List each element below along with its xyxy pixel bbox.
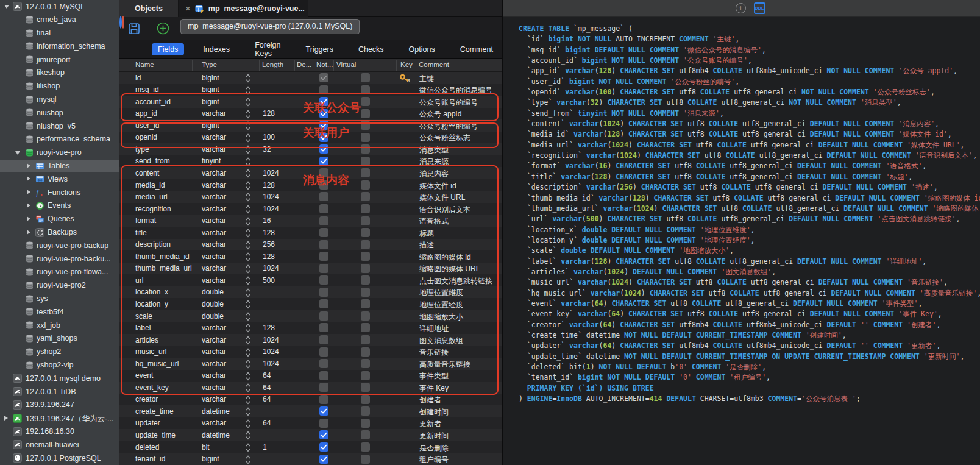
ddl-icon[interactable]: DDL: [754, 2, 765, 14]
stepper-icon[interactable]: [245, 442, 251, 452]
field-comment-cell[interactable]: 租户编号: [419, 455, 449, 465]
sidebar-item-127-0-0-1-mysql[interactable]: 127.0.0.1 MySQL: [0, 0, 119, 13]
chevron-down-icon[interactable]: [15, 151, 20, 155]
sidebar-item-crmeb-java[interactable]: crmeb_java: [0, 13, 119, 27]
field-row-deleted[interactable]: deletedbit1是否删除: [119, 441, 502, 453]
field-comment-cell[interactable]: 更新时间: [419, 431, 449, 441]
field-name-cell[interactable]: id: [135, 74, 141, 82]
not-null-checkbox[interactable]: [319, 419, 328, 428]
chevron-right-icon[interactable]: [27, 203, 30, 208]
stepper-icon[interactable]: [245, 406, 251, 416]
stepper-icon[interactable]: [245, 430, 251, 440]
sidebar-item-yshop2[interactable]: yshop2: [0, 346, 119, 359]
sidebar-item-niushop[interactable]: niushop: [0, 106, 119, 119]
sidebar-item-niushop-v5[interactable]: niushop_v5: [0, 119, 119, 133]
save-icon[interactable]: [128, 23, 140, 35]
sidebar-item-ruoyi-vue-pro2[interactable]: ruoyi-vue-pro2: [0, 279, 119, 293]
sidebar-item-functions[interactable]: fxFunctions: [0, 186, 119, 199]
field-type-cell[interactable]: varchar: [202, 395, 226, 403]
sidebar-item-testb5f4[interactable]: testb5f4: [0, 305, 119, 319]
virtual-checkbox[interactable]: [361, 157, 370, 166]
field-row-create-time[interactable]: create_timedatetime创建时间: [119, 405, 502, 417]
sidebar-item-tables[interactable]: Tables: [0, 160, 119, 173]
sidebar-item-192-168-16-30[interactable]: 192.168.16.30: [0, 425, 119, 439]
virtual-checkbox[interactable]: [361, 442, 370, 452]
sidebar-item-final[interactable]: final: [0, 27, 119, 40]
delete-field-icon[interactable]: [122, 16, 124, 29]
virtual-checkbox[interactable]: [361, 419, 370, 428]
add-field-icon[interactable]: [157, 22, 169, 35]
sidebar-item-yami-shops[interactable]: yami_shops: [0, 332, 119, 346]
not-null-checkbox[interactable]: [319, 406, 328, 416]
tab-comment[interactable]: Comment: [454, 43, 499, 55]
chevron-right-icon[interactable]: [27, 230, 30, 235]
not-null-checkbox[interactable]: [319, 442, 328, 452]
sidebar-item-queries[interactable]: Queries: [0, 213, 119, 226]
tab-checks[interactable]: Checks: [352, 43, 390, 55]
field-comment-cell[interactable]: 主键: [419, 74, 434, 84]
info-icon[interactable]: i: [736, 3, 746, 13]
field-name-cell[interactable]: deleted: [135, 443, 159, 452]
sidebar-item-ruoyi-vue-pro[interactable]: ruoyi-vue-pro: [0, 146, 119, 160]
field-comment-cell[interactable]: 创建者: [419, 395, 441, 405]
field-type-cell[interactable]: bigint: [202, 74, 219, 82]
field-type-cell[interactable]: bit: [202, 443, 210, 452]
field-length-cell[interactable]: 1: [263, 443, 267, 452]
sidebar-item-onemall-huawei[interactable]: onemall-huawei: [0, 438, 119, 452]
not-null-checkbox[interactable]: [319, 157, 328, 166]
virtual-checkbox[interactable]: [361, 455, 370, 464]
stepper-icon[interactable]: [245, 395, 251, 405]
field-comment-cell[interactable]: 是否删除: [419, 443, 449, 453]
field-row-updater[interactable]: updatervarchar64更新者: [119, 417, 502, 430]
chevron-right-icon[interactable]: [27, 190, 30, 194]
tab-fields[interactable]: Fields: [152, 43, 184, 55]
sidebar-item-127-0-0-1-mysql-demo[interactable]: 127.0.0.1 mysql demo: [0, 372, 119, 385]
field-type-cell[interactable]: datetime: [202, 407, 230, 416]
sidebar-item-ruoyi-vue-pro-backu[interactable]: ruoyi-vue-pro-backu...: [0, 252, 119, 266]
sidebar-item-views[interactable]: Views: [0, 172, 119, 186]
not-null-checkbox[interactable]: [319, 430, 328, 439]
field-name-cell[interactable]: create_time: [135, 407, 174, 416]
sidebar-item-lilishop[interactable]: lilishop: [0, 80, 119, 93]
sidebar-item-jimureport[interactable]: jimureport: [0, 53, 119, 66]
field-type-cell[interactable]: datetime: [202, 431, 230, 439]
field-name-cell[interactable]: update_time: [135, 431, 176, 439]
chevron-right-icon[interactable]: [27, 163, 30, 168]
field-name-cell[interactable]: tenant_id: [135, 455, 165, 463]
field-type-cell[interactable]: tinyint: [202, 157, 221, 165]
sidebar-item-information-schema[interactable]: information_schema: [0, 40, 119, 53]
field-type-cell[interactable]: bigint: [202, 455, 219, 463]
stepper-icon[interactable]: [245, 455, 251, 464]
field-row-id[interactable]: idbigint1主键: [119, 72, 502, 84]
field-row-tenant-id[interactable]: tenant_idbigint租户编号: [119, 453, 502, 465]
virtual-checkbox[interactable]: [361, 73, 370, 82]
field-type-cell[interactable]: varchar: [202, 419, 226, 427]
field-name-cell[interactable]: updater: [135, 419, 160, 427]
field-length-cell[interactable]: 64: [263, 395, 271, 403]
sidebar-item-127-0-0-1-tidb[interactable]: 127.0.0.1 TiDB: [0, 385, 119, 399]
sidebar-item-events[interactable]: Events: [0, 199, 119, 213]
tab-mp-message[interactable]: × mp_message@ruoyi-vue...: [179, 0, 308, 17]
sidebar-item-backups[interactable]: Backups: [0, 226, 119, 240]
chevron-right-icon[interactable]: [27, 176, 30, 181]
sidebar-item-likeshop[interactable]: likeshop: [0, 66, 119, 80]
sidebar-item-139-9-196-247[interactable]: 139.9.196.247: [0, 399, 119, 412]
sidebar-item-ruoyi-vue-pro-backup[interactable]: ruoyi-vue-pro-backup: [0, 239, 119, 252]
chevron-down-icon[interactable]: [4, 5, 9, 9]
field-name-cell[interactable]: send_from: [135, 157, 170, 165]
sidebar-item-mysql[interactable]: mysql: [0, 93, 119, 107]
stepper-icon[interactable]: [245, 73, 251, 83]
tab-objects[interactable]: Objects: [119, 0, 179, 17]
tab-indexes[interactable]: Indexes: [197, 43, 236, 55]
stepper-icon[interactable]: [245, 419, 251, 428]
field-row-creator[interactable]: creatorvarchar64创建者: [119, 394, 502, 406]
sidebar-item-xxl-job[interactable]: xxl_job: [0, 319, 119, 332]
chevron-right-icon[interactable]: [27, 216, 30, 221]
field-row-update-time[interactable]: update_timedatetime更新时间: [119, 429, 502, 441]
tab-triggers[interactable]: Triggers: [300, 43, 339, 55]
close-icon[interactable]: ×: [185, 3, 191, 13]
sidebar-item-performance-schema[interactable]: performance_schema: [0, 133, 119, 146]
not-null-checkbox[interactable]: [319, 455, 328, 464]
virtual-checkbox[interactable]: [361, 406, 370, 416]
field-comment-cell[interactable]: 创建时间: [419, 407, 449, 417]
